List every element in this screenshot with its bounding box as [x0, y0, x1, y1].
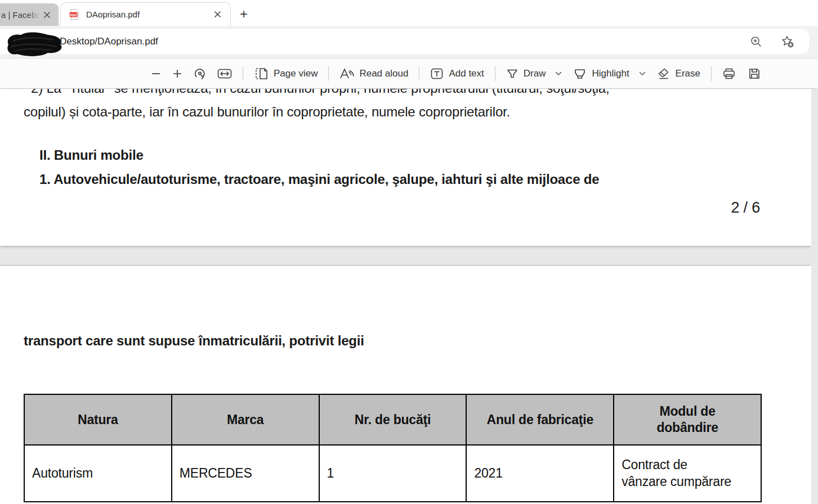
item-heading: 1. Autovehicule/autoturisme, tractoare, … [39, 172, 599, 187]
add-text-label: Add text [449, 68, 484, 79]
read-aloud-label: Read aloud [359, 68, 408, 79]
tab-pdf-close-icon[interactable] [210, 7, 225, 22]
section-heading: II. Bunuri mobile [39, 147, 144, 163]
new-tab-button[interactable]: + [235, 6, 252, 22]
redacted-path-scribble [3, 30, 66, 59]
highlight-chevron-down-icon[interactable] [639, 71, 646, 76]
highlight-button[interactable]: Highlight [567, 64, 651, 84]
toolbar-separator [243, 66, 243, 81]
zoom-out-button[interactable] [145, 64, 167, 84]
svg-text:PDF: PDF [70, 13, 77, 17]
header-natura: Natura [24, 394, 172, 445]
draw-chevron-down-icon[interactable] [555, 71, 562, 76]
pdf-viewport[interactable]: 2) La "Titular" se menţionează, în cazul… [0, 89, 818, 504]
zoom-in-button[interactable] [167, 64, 188, 84]
continuation-heading: transport care sunt supuse înmatriculări… [24, 333, 364, 349]
pdf-file-icon: PDF [69, 8, 81, 20]
header-anul-fabricatie: Anul de fabricaţie [466, 394, 614, 445]
vehicles-table: Natura Marca Nr. de bucăţi Anul de fabri… [24, 394, 762, 502]
cell-nr-bucati: 1 [319, 445, 467, 502]
page-view-button[interactable]: Page view [248, 64, 323, 84]
cell-marca: MERCEDES [172, 445, 319, 502]
pdf-toolbar: Page view Read aloud Add text Draw [0, 58, 818, 89]
tab-strip: a | Faceboo PDF DAoprisan.pdf + [0, 0, 818, 26]
tab-facebook-label: a | Faceboo [1, 10, 40, 20]
page-number: 2 / 6 [731, 199, 760, 217]
browser-window: a | Faceboo PDF DAoprisan.pdf + [0, 0, 818, 504]
address-input[interactable]: Desktop/DAoprisan.pdf [0, 28, 810, 55]
add-favorite-star-icon[interactable] [779, 33, 796, 50]
rotate-button[interactable] [188, 64, 212, 84]
toolbar-separator [328, 66, 329, 81]
table-header-row: Natura Marca Nr. de bucăţi Anul de fabri… [24, 394, 761, 445]
erase-label: Erase [676, 68, 700, 79]
tab-facebook[interactable]: a | Faceboo [0, 3, 59, 26]
header-modul-dobandire: Modul de dobândire [614, 394, 761, 445]
highlight-label: Highlight [592, 68, 629, 79]
draw-label: Draw [524, 68, 546, 79]
zoom-page-icon[interactable] [748, 33, 765, 50]
tab-facebook-close-icon[interactable] [40, 7, 54, 22]
paragraph-line: copilul) și cota-parte, iar în cazul bun… [24, 104, 510, 120]
read-aloud-button[interactable]: Read aloud [334, 64, 414, 84]
erase-button[interactable]: Erase [651, 64, 706, 84]
header-marca: Marca [172, 394, 319, 445]
address-bar-actions [748, 29, 796, 54]
cell-anul-fabricatie: 2021 [466, 445, 614, 502]
print-button[interactable] [717, 64, 741, 84]
fit-to-width-button[interactable] [212, 64, 238, 84]
pdf-page-2: 2) La "Titular" se menţionează, în cazul… [0, 89, 811, 246]
page-view-label: Page view [274, 68, 318, 79]
draw-button[interactable]: Draw [500, 64, 568, 84]
tab-pdf-label: DAoprisan.pdf [86, 10, 210, 19]
table-row: Autoturism MERCEDES 1 2021 Contract de v… [24, 445, 761, 502]
header-nr-bucati: Nr. de bucăţi [319, 394, 467, 445]
tab-pdf[interactable]: PDF DAoprisan.pdf [60, 2, 231, 26]
toolbar-separator [419, 66, 419, 81]
add-text-button[interactable]: Add text [424, 64, 489, 84]
viewport-right-gutter[interactable] [811, 89, 818, 504]
url-text[interactable]: Desktop/DAoprisan.pdf [60, 29, 158, 54]
pdf-page-3: transport care sunt supuse înmatriculări… [0, 266, 811, 504]
cell-natura: Autoturism [24, 445, 172, 502]
cell-modul-dobandire: Contract de vânzare cumpărare [614, 445, 761, 502]
toolbar-separator [495, 66, 495, 81]
toolbar-separator [711, 66, 712, 81]
address-bar-row: Desktop/DAoprisan.pdf [0, 26, 818, 58]
clipped-text-line: 2) La "Titular" se menţionează, în cazul… [31, 89, 757, 96]
save-button[interactable] [743, 64, 766, 84]
